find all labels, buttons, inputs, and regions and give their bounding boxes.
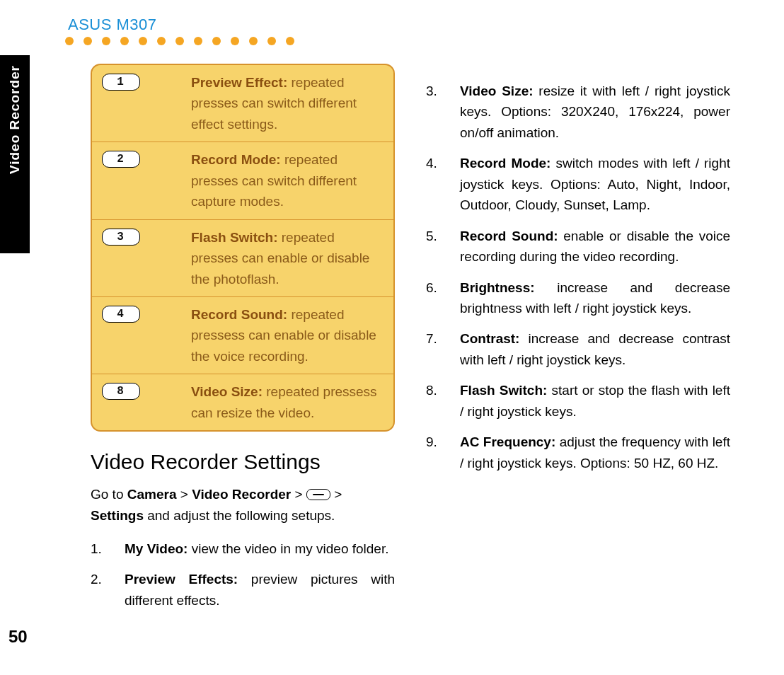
dot-icon bbox=[120, 37, 129, 45]
intro-path-camera: Camera bbox=[127, 487, 177, 502]
key-badge-icon: 4 bbox=[102, 306, 140, 323]
dot-icon bbox=[212, 37, 221, 45]
settings-item: Record Mode: switch modes with left / ri… bbox=[426, 153, 730, 215]
settings-lead: Flash Switch: bbox=[460, 383, 547, 398]
settings-item: Contrast: increase and decrease contrast… bbox=[426, 328, 730, 370]
right-column: Video Size: resize it with left / right … bbox=[426, 64, 730, 621]
key-functions-table: 1 Preview Effect: repeated presses can s… bbox=[91, 64, 395, 432]
intro-path-video-recorder: Video Recorder bbox=[192, 487, 291, 502]
page-number: 50 bbox=[8, 627, 28, 647]
dot-icon bbox=[249, 37, 258, 45]
dot-icon bbox=[267, 37, 276, 45]
settings-lead: Record Mode: bbox=[460, 156, 550, 171]
key-badge-icon: 8 bbox=[102, 383, 140, 400]
key-badge-icon: 2 bbox=[102, 151, 140, 168]
settings-lead: Record Sound: bbox=[460, 229, 558, 243]
settings-lead: Brightness: bbox=[460, 280, 535, 295]
key-description: Video Size: repeated pressess can resize… bbox=[140, 381, 385, 423]
intro-text: > bbox=[330, 487, 342, 502]
settings-lead: My Video: bbox=[125, 541, 188, 556]
key-row: 3 Flash Switch: repeated presses can ena… bbox=[92, 219, 393, 296]
key-description: Preview Effect: repeated presses can swi… bbox=[140, 72, 385, 134]
settings-item: Flash Switch: start or stop the flash wi… bbox=[426, 380, 730, 422]
key-lead: Flash Switch: bbox=[191, 230, 277, 245]
settings-item: Preview Effects: preview pictures with d… bbox=[91, 569, 395, 611]
dot-icon bbox=[139, 37, 147, 45]
settings-item: My Video: view the video in my video fol… bbox=[91, 538, 395, 559]
key-lead: Preview Effect: bbox=[191, 75, 287, 90]
key-lead: Video Size: bbox=[191, 384, 263, 399]
settings-lead: Contrast: bbox=[460, 331, 519, 346]
content-area: 1 Preview Effect: repeated presses can s… bbox=[91, 64, 756, 621]
left-column: 1 Preview Effect: repeated presses can s… bbox=[91, 64, 395, 621]
key-description: Record Mode: repeated presses can switch… bbox=[140, 149, 385, 212]
section-heading: Video Recorder Settings bbox=[91, 450, 395, 474]
decorative-dots bbox=[65, 37, 294, 45]
manual-page: ASUS M307 Video Recorder 50 1 Preview Ef… bbox=[0, 0, 784, 675]
settings-item: Video Size: resize it with left / right … bbox=[426, 81, 730, 143]
settings-lead: Video Size: bbox=[460, 83, 534, 98]
key-glyph: 1 bbox=[117, 76, 125, 88]
dot-icon bbox=[194, 37, 202, 45]
intro-text: > bbox=[176, 487, 192, 502]
key-glyph: 8 bbox=[117, 385, 125, 398]
settings-list-right: Video Size: resize it with left / right … bbox=[426, 81, 730, 473]
settings-intro: Go to Camera > Video Recorder > > Settin… bbox=[91, 484, 395, 526]
key-description: Record Sound: repeated pressess can enab… bbox=[140, 304, 385, 367]
section-tab: Video Recorder bbox=[0, 55, 30, 253]
key-description: Flash Switch: repeated presses can enabl… bbox=[140, 227, 385, 289]
settings-desc: view the video in my video folder. bbox=[188, 541, 388, 556]
key-row: 2 Record Mode: repeated presses can swit… bbox=[92, 142, 393, 219]
key-glyph: 2 bbox=[117, 153, 125, 166]
dot-icon bbox=[175, 37, 184, 45]
intro-text: and adjust the following setups. bbox=[144, 508, 335, 523]
key-lead: Record Sound: bbox=[191, 307, 287, 322]
key-lead: Record Mode: bbox=[191, 152, 281, 167]
settings-item: Brightness: increase and decrease bright… bbox=[426, 277, 730, 319]
dot-icon bbox=[65, 37, 74, 45]
settings-list-left: My Video: view the video in my video fol… bbox=[91, 538, 395, 611]
key-badge-icon: 3 bbox=[102, 229, 140, 246]
intro-text: Go to bbox=[91, 487, 127, 502]
key-row: 8 Video Size: repeated pressess can resi… bbox=[92, 374, 393, 430]
settings-lead: AC Frequency: bbox=[460, 434, 555, 449]
key-glyph: 4 bbox=[117, 308, 125, 321]
dot-icon bbox=[157, 37, 166, 45]
intro-text: > bbox=[291, 487, 306, 502]
dot-icon bbox=[102, 37, 110, 45]
dot-icon bbox=[231, 37, 239, 45]
dot-icon bbox=[83, 37, 92, 45]
intro-path-settings: Settings bbox=[91, 508, 144, 523]
dot-icon bbox=[286, 37, 294, 45]
doc-title: ASUS M307 bbox=[68, 16, 157, 34]
key-glyph: 3 bbox=[117, 231, 125, 243]
settings-lead: Preview Effects: bbox=[125, 572, 238, 587]
key-badge-icon: 1 bbox=[102, 74, 140, 91]
settings-item: AC Frequency: adjust the frequency with … bbox=[426, 432, 730, 473]
section-tab-label: Video Recorder bbox=[7, 65, 23, 174]
key-row: 1 Preview Effect: repeated presses can s… bbox=[92, 65, 393, 142]
settings-item: Record Sound: enable or disable the voic… bbox=[426, 226, 730, 267]
softkey-icon bbox=[306, 489, 330, 500]
key-row: 4 Record Sound: repeated pressess can en… bbox=[92, 296, 393, 374]
